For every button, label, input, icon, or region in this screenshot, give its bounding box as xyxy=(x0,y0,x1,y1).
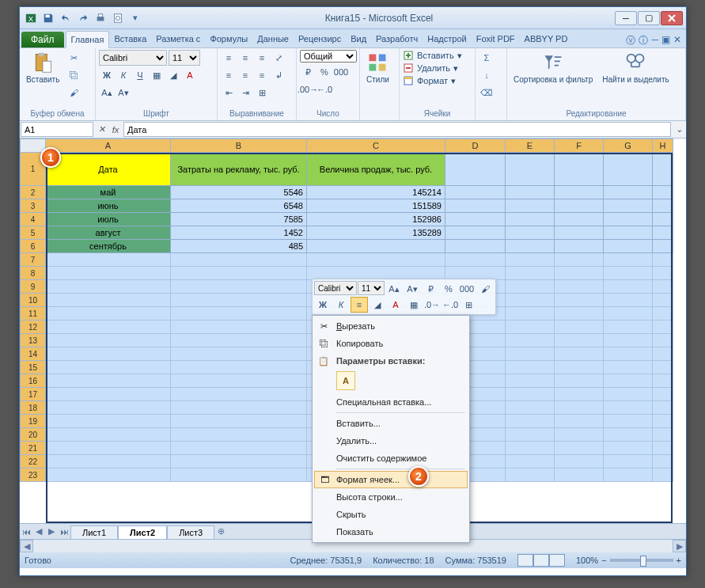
row-header[interactable]: 6 xyxy=(20,240,46,253)
cell[interactable] xyxy=(604,280,653,294)
cell[interactable] xyxy=(653,294,673,307)
font-size-select[interactable]: 11 xyxy=(169,50,200,66)
undo-icon[interactable] xyxy=(58,10,74,26)
cell[interactable] xyxy=(445,199,506,213)
cell[interactable] xyxy=(445,186,506,199)
cell[interactable] xyxy=(653,455,673,469)
cell[interactable] xyxy=(555,401,604,415)
cell[interactable]: 135289 xyxy=(307,226,445,240)
cell[interactable] xyxy=(604,153,653,186)
row-header[interactable]: 16 xyxy=(20,374,46,388)
cell[interactable] xyxy=(46,267,171,280)
cell[interactable] xyxy=(46,321,171,334)
cell[interactable] xyxy=(653,153,673,186)
autosum-icon[interactable]: Σ xyxy=(479,50,495,66)
cell[interactable] xyxy=(46,294,171,307)
cell[interactable] xyxy=(506,415,555,428)
cell[interactable] xyxy=(506,334,555,347)
cell[interactable] xyxy=(604,388,653,401)
mini-comma-icon[interactable]: 000 xyxy=(458,281,476,297)
cell[interactable] xyxy=(604,401,653,415)
cell[interactable] xyxy=(46,442,171,455)
increase-decimal-icon[interactable]: .00→ xyxy=(300,82,316,97)
cell[interactable]: сентябрь xyxy=(46,240,171,253)
cell[interactable] xyxy=(604,226,653,240)
cell[interactable] xyxy=(604,307,653,321)
cell[interactable] xyxy=(506,294,555,307)
cell[interactable] xyxy=(653,213,673,226)
grow-font-icon[interactable]: A▴ xyxy=(99,85,115,101)
cell[interactable] xyxy=(171,334,307,347)
row-header[interactable]: 2 xyxy=(20,186,46,199)
styles-button[interactable]: Стили xyxy=(363,50,392,85)
mini-italic-button[interactable]: К xyxy=(332,297,350,313)
row-header[interactable]: 8 xyxy=(20,267,46,280)
cell[interactable] xyxy=(604,415,653,428)
cell[interactable] xyxy=(555,226,604,240)
cell[interactable] xyxy=(171,388,307,401)
cancel-formula-icon[interactable]: ✕ xyxy=(94,121,108,138)
cell[interactable]: 6548 xyxy=(171,199,307,213)
cell[interactable] xyxy=(506,240,555,253)
cell[interactable] xyxy=(604,294,653,307)
cell[interactable]: Затраты на рекламу, тыс. руб. xyxy=(171,153,307,186)
scroll-left-icon[interactable]: ◀ xyxy=(20,540,33,552)
align-middle-icon[interactable]: ≡ xyxy=(237,50,253,66)
column-header-D[interactable]: D xyxy=(445,138,506,153)
mini-font-size[interactable]: 11 xyxy=(358,281,385,295)
row-header[interactable]: 12 xyxy=(20,321,46,334)
expand-formula-icon[interactable]: ⌄ xyxy=(672,121,686,138)
cell[interactable] xyxy=(46,401,171,415)
row-header[interactable]: 23 xyxy=(20,469,46,482)
cell[interactable] xyxy=(555,374,604,388)
ribbon-tab-6[interactable]: Вид xyxy=(346,31,371,47)
cell[interactable] xyxy=(46,415,171,428)
cell[interactable] xyxy=(171,469,307,482)
cell[interactable] xyxy=(46,347,171,361)
cell[interactable] xyxy=(506,267,555,280)
mini-decrease-decimal-icon[interactable]: ←.0 xyxy=(442,297,459,313)
cell[interactable] xyxy=(171,401,307,415)
cell[interactable] xyxy=(604,240,653,253)
cell[interactable] xyxy=(555,280,604,294)
context-show[interactable]: Показать xyxy=(314,523,468,541)
ribbon-tab-4[interactable]: Данные xyxy=(252,31,294,47)
sort-filter-button[interactable]: Сортировка и фильтр xyxy=(510,50,596,85)
qat-dropdown-icon[interactable]: ▾ xyxy=(127,10,143,26)
mini-border-icon[interactable]: ▦ xyxy=(405,297,423,313)
row-header[interactable]: 14 xyxy=(20,347,46,361)
row-header[interactable]: 21 xyxy=(20,442,46,455)
cell[interactable] xyxy=(46,307,171,321)
cell[interactable] xyxy=(506,347,555,361)
mini-merge-icon[interactable]: ⊞ xyxy=(460,297,477,313)
sheet-tab[interactable]: Лист2 xyxy=(118,525,167,539)
column-header-G[interactable]: G xyxy=(604,138,653,153)
cell[interactable] xyxy=(604,213,653,226)
cell[interactable]: июнь xyxy=(46,199,171,213)
cell[interactable] xyxy=(506,361,555,374)
paste-option-all[interactable]: A xyxy=(336,371,355,390)
cell[interactable] xyxy=(171,442,307,455)
cell[interactable] xyxy=(555,347,604,361)
cell[interactable] xyxy=(171,415,307,428)
align-top-icon[interactable]: ≡ xyxy=(221,50,237,66)
cell[interactable]: Дата xyxy=(46,153,171,186)
ribbon-tab-3[interactable]: Формулы xyxy=(205,31,252,47)
cell[interactable]: 1452 xyxy=(171,226,307,240)
context-row-height[interactable]: Высота строки... xyxy=(314,488,468,506)
cell[interactable] xyxy=(604,374,653,388)
cell[interactable] xyxy=(604,253,653,267)
cell[interactable] xyxy=(506,428,555,442)
cell[interactable]: 151589 xyxy=(307,199,445,213)
cell[interactable] xyxy=(46,428,171,442)
cell[interactable] xyxy=(555,469,604,482)
merge-button[interactable]: ⊞ xyxy=(254,85,270,101)
cell[interactable] xyxy=(171,267,307,280)
cell[interactable] xyxy=(555,428,604,442)
cell[interactable] xyxy=(555,321,604,334)
row-header[interactable]: 13 xyxy=(20,334,46,347)
cell[interactable] xyxy=(171,307,307,321)
row-header[interactable]: 7 xyxy=(20,253,46,267)
cell[interactable] xyxy=(46,455,171,469)
cell[interactable] xyxy=(171,253,307,267)
